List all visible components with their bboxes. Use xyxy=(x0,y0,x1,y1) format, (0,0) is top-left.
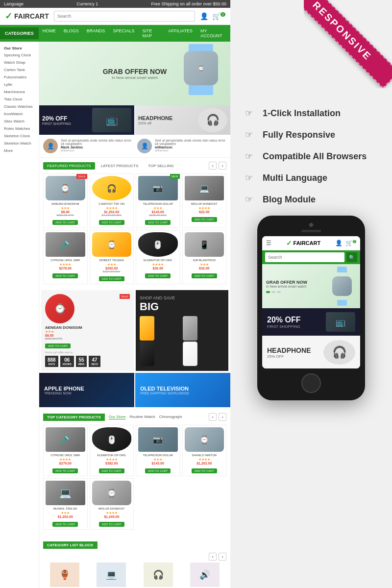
cat-item-1: 🏺 Carton Tank Trading questionsProduct q… xyxy=(43,563,86,588)
sidebar-item-10[interactable]: Silex Watch xyxy=(0,118,39,125)
oled-tv-banner[interactable]: OLED TELEVISION FREE SHIPPING WORLDWIDE xyxy=(135,373,230,407)
sidebar-item-12[interactable]: Skeleton Clock xyxy=(0,132,39,140)
strap-top xyxy=(337,267,347,272)
language-selector[interactable]: Language xyxy=(4,1,24,6)
count-hours: 06 HOURS xyxy=(60,356,74,367)
cat-stars-6: ★★★★ xyxy=(92,511,132,515)
add-to-cart-4[interactable]: ADD TO CART xyxy=(192,217,217,222)
cat-add-3[interactable]: ADD TO CART xyxy=(145,468,171,473)
nav-home[interactable]: HOME xyxy=(39,25,60,37)
sidebar-item-13[interactable]: Skeleton Watch xyxy=(0,140,39,147)
phone-user-icon[interactable]: 👤 xyxy=(335,240,343,246)
nav-blogs[interactable]: BLOGS xyxy=(60,25,83,37)
cat-list-prev[interactable]: ‹ xyxy=(209,553,217,561)
apple-iphone-banner[interactable]: APPLE IPHONE TRENDING NOW xyxy=(39,373,134,407)
sidebar-item-8[interactable]: Classic Watches xyxy=(0,103,39,110)
add-to-cart-5[interactable]: ADD TO CART xyxy=(52,273,78,278)
cat-price-5: $1,202.00 xyxy=(46,515,85,518)
sub-banner-headphone[interactable]: HEADPHONE 20% off 🎧 xyxy=(135,105,230,135)
phone-tv-img: 📺 xyxy=(326,312,355,332)
tab-topselling[interactable]: TOP SELLING xyxy=(144,162,177,170)
cat-add-6[interactable]: ADD TO CART xyxy=(99,522,124,527)
nav-bar: CATEGORIES HOME BLOGS BRANDS SPECIALS SI… xyxy=(0,25,230,42)
dot-2[interactable] xyxy=(271,291,275,293)
cat-tab-chrono[interactable]: Chronograph xyxy=(159,415,182,419)
nav-sitemap[interactable]: SITE MAP xyxy=(138,25,164,42)
special-add-cart[interactable]: ADD TO CART xyxy=(45,343,71,348)
product-price-1: $8.00 xyxy=(46,210,85,214)
cart-icon[interactable]: 🛒0 xyxy=(212,12,225,20)
next-arrow[interactable]: › xyxy=(219,162,226,170)
cat-item-4: 🔊 Marchneura Trading questionsProduct qu… xyxy=(184,563,227,588)
shop-save-banner[interactable]: SHOP AND SAVE BIG xyxy=(136,290,228,371)
phone-home-button[interactable] xyxy=(301,373,321,393)
add-to-cart-1[interactable]: ADD TO CART xyxy=(52,220,78,225)
product-stars-1: ★★★ xyxy=(46,206,85,210)
nav-myaccount[interactable]: MY ACCOUNT xyxy=(196,25,230,42)
prev-arrow[interactable]: ‹ xyxy=(209,162,217,170)
sub-banner-label: FIRST SHOPPING xyxy=(42,122,71,125)
count-mins: 55 MINS xyxy=(76,356,87,367)
user-icon[interactable]: 👤 xyxy=(200,12,208,20)
product-price-3: $143.00 xyxy=(138,210,178,214)
dot-active[interactable] xyxy=(266,291,270,293)
phone-hero-title: GRAB OFFER NOW xyxy=(266,280,307,285)
sidebar-item-more[interactable]: More xyxy=(0,147,39,154)
category-list-title: CATEGORY LIST BLOCK xyxy=(43,541,98,549)
testimonial-1-text: Sed ut perspiciatis unde omnis iste natu… xyxy=(61,139,132,146)
phone-cart-icon[interactable]: 🛒0 xyxy=(345,240,356,246)
tv-sub: FREE SHIPPING WORLDWIDE xyxy=(140,392,225,395)
sidebar-item-3[interactable]: Carton Tank xyxy=(0,66,39,74)
phone-hamburger-icon[interactable]: ☰ xyxy=(266,240,271,246)
logo-icon: ✓ xyxy=(5,11,12,22)
phone-gold xyxy=(140,316,154,341)
nav-affiliates[interactable]: AFFILIATES xyxy=(164,25,196,37)
sidebar-item-2[interactable]: Watch Strap xyxy=(0,59,39,66)
sidebar-item-1[interactable]: Specking Clock xyxy=(0,51,39,59)
cat-stars-4: ★★★★ xyxy=(185,458,224,462)
cat-add-1[interactable]: ADD TO CART xyxy=(52,468,78,473)
tab-featured[interactable]: FEATURED PRODUCTS xyxy=(43,162,95,170)
cat-prev[interactable]: ‹ xyxy=(209,413,217,421)
search-input[interactable] xyxy=(54,11,195,22)
add-to-cart-6[interactable]: ADD TO CART xyxy=(99,276,124,281)
feature-compatible: ☞ Compatible All Browsers xyxy=(245,151,377,162)
cat-next[interactable]: › xyxy=(219,413,226,421)
product-stars-6: ★★★ xyxy=(92,263,132,267)
products-tabs: FEATURED PRODUCTS LATEST PRODUCTS TOP SE… xyxy=(43,162,226,170)
dot-3[interactable] xyxy=(277,291,281,293)
add-to-cart-3[interactable]: ADD TO CART xyxy=(145,220,171,225)
phone-logo-icon: ✓ xyxy=(286,239,292,247)
logo[interactable]: ✓ FAIRCART xyxy=(5,11,49,22)
phone-camera-dot xyxy=(309,223,313,227)
cat-add-2[interactable]: ADD TO CART xyxy=(99,468,124,473)
cat-add-4[interactable]: ADD TO CART xyxy=(192,468,217,473)
nav-brands[interactable]: BRANDS xyxy=(83,25,109,37)
cat-tab-ourstore[interactable]: Our Store xyxy=(109,415,126,419)
sidebar-item-7[interactable]: Tida Clock xyxy=(0,96,39,103)
add-to-cart-7[interactable]: ADD TO CART xyxy=(145,273,171,278)
product-card-4: 💻 MOLUR DONROST ★★★★ $22.00 ADD TO CART xyxy=(182,173,227,228)
sidebar-item-11[interactable]: Rolex Watches xyxy=(0,125,39,132)
add-to-cart-2[interactable]: ADD TO CART xyxy=(99,220,124,225)
product-orig-6: $334.00 81% xyxy=(92,270,132,273)
product-card-1: SALE ⌚ AIREAM DONORUM ★★★ $8.00 $250.00 … xyxy=(43,173,88,228)
sidebar-item-5[interactable]: Lytte xyxy=(0,81,39,88)
tab-latest[interactable]: LATEST PRODUCTS xyxy=(97,162,143,170)
add-to-cart-8[interactable]: ADD TO CART xyxy=(192,273,217,278)
currency-selector[interactable]: Currency 1 xyxy=(76,1,98,6)
cat-list-next[interactable]: › xyxy=(219,553,226,561)
sidebar-item-6[interactable]: Marchneura xyxy=(0,88,39,96)
sub-banner-tv[interactable]: 20% OFF FIRST SHOPPING 📺 xyxy=(39,105,134,135)
sidebar-item-4[interactable]: Futuromatics xyxy=(0,74,39,81)
sidebar-item-9[interactable]: KoolWatch xyxy=(0,110,39,118)
nav-categories-btn[interactable]: CATEGORIES xyxy=(0,27,39,39)
phone-search-input[interactable] xyxy=(265,252,344,262)
product-img-1: ⌚ xyxy=(46,176,85,200)
cat-tab-routine[interactable]: Routine Watch xyxy=(129,415,155,419)
cat-add-5[interactable]: ADD TO CART xyxy=(52,522,78,527)
cat-list-nav: ‹ › xyxy=(209,553,226,561)
nav-specials[interactable]: SPECIALS xyxy=(109,25,138,37)
phone-search-button[interactable]: 🔍 xyxy=(346,252,357,262)
compatible-icon: ☞ xyxy=(245,151,257,162)
